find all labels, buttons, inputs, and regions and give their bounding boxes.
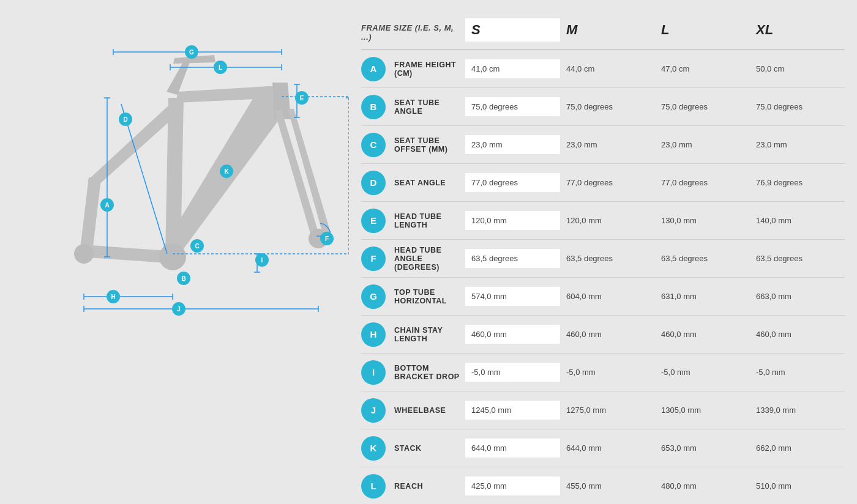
row-name-h: CHAIN STAY LENGTH bbox=[394, 326, 465, 343]
row-label-f: FHEAD TUBE ANGLE (DEGREES) bbox=[361, 241, 465, 276]
size-m-header: M bbox=[560, 18, 655, 42]
letter-badge-g: G bbox=[361, 284, 386, 309]
svg-text:C: C bbox=[195, 243, 199, 250]
value-h-l: 460,0 mm bbox=[655, 325, 750, 344]
row-label-h: HCHAIN STAY LENGTH bbox=[361, 317, 465, 352]
value-b-l: 75,0 degrees bbox=[655, 97, 750, 116]
frame-size-label: FRAME SIZE (I.E. S, M, ...) bbox=[361, 23, 465, 42]
svg-text:E: E bbox=[300, 95, 304, 102]
value-h-m: 460,0 mm bbox=[560, 325, 655, 344]
table-row: DSEAT ANGLE77,0 degrees77,0 degrees77,0 … bbox=[361, 164, 845, 202]
letter-badge-i: I bbox=[361, 360, 386, 385]
value-e-xl: 140,0 mm bbox=[750, 211, 845, 230]
letter-badge-h: H bbox=[361, 322, 386, 347]
row-label-d: DSEAT ANGLE bbox=[361, 166, 465, 200]
table-header: FRAME SIZE (I.E. S, M, ...) S M L XL bbox=[361, 18, 845, 50]
value-b-s: 75,0 degrees bbox=[465, 97, 560, 116]
value-d-l: 77,0 degrees bbox=[655, 173, 750, 192]
row-label-e: EHEAD TUBE LENGTH bbox=[361, 204, 465, 238]
table-row: JWHEELBASE1245,0 mm1275,0 mm1305,0 mm133… bbox=[361, 391, 845, 429]
bike-diagram: G L A D K bbox=[18, 18, 349, 330]
value-e-m: 120,0 mm bbox=[560, 211, 655, 230]
row-label-k: KSTACK bbox=[361, 431, 465, 465]
value-a-l: 47,0 cm bbox=[655, 59, 750, 78]
svg-text:F: F bbox=[325, 235, 329, 242]
value-k-s: 644,0 mm bbox=[465, 439, 560, 458]
table-row: BSEAT TUBE ANGLE75,0 degrees75,0 degrees… bbox=[361, 88, 845, 126]
row-name-k: STACK bbox=[394, 444, 422, 453]
value-a-xl: 50,0 cm bbox=[750, 59, 845, 78]
value-e-l: 130,0 mm bbox=[655, 211, 750, 230]
value-a-s: 41,0 cm bbox=[465, 59, 560, 78]
measurements-table: AFRAME HEIGHT (CM)41,0 cm44,0 cm47,0 cm5… bbox=[361, 50, 845, 504]
value-d-s: 77,0 degrees bbox=[465, 173, 560, 192]
table-row: GTOP TUBE HORIZONTAL574,0 mm604,0 mm631,… bbox=[361, 278, 845, 316]
table-row: EHEAD TUBE LENGTH120,0 mm120,0 mm130,0 m… bbox=[361, 202, 845, 240]
value-a-m: 44,0 cm bbox=[560, 59, 655, 78]
svg-text:K: K bbox=[224, 168, 229, 175]
value-d-xl: 76,9 degrees bbox=[750, 173, 845, 192]
table-row: HCHAIN STAY LENGTH460,0 mm460,0 mm460,0 … bbox=[361, 316, 845, 354]
letter-badge-b: B bbox=[361, 95, 386, 119]
row-name-j: WHEELBASE bbox=[394, 406, 446, 415]
row-label-l: LREACH bbox=[361, 469, 465, 503]
value-c-l: 23,0 mm bbox=[655, 135, 750, 154]
value-f-xl: 63,5 degrees bbox=[750, 249, 845, 268]
value-i-s: -5,0 mm bbox=[465, 363, 560, 382]
value-l-m: 455,0 mm bbox=[560, 476, 655, 495]
table-row: LREACH425,0 mm455,0 mm480,0 mm510,0 mm bbox=[361, 467, 845, 504]
value-l-s: 425,0 mm bbox=[465, 476, 560, 495]
value-i-xl: -5,0 mm bbox=[750, 363, 845, 382]
value-l-l: 480,0 mm bbox=[655, 476, 750, 495]
row-name-g: TOP TUBE HORIZONTAL bbox=[394, 288, 465, 305]
svg-text:B: B bbox=[181, 275, 185, 282]
svg-text:A: A bbox=[105, 202, 109, 209]
letter-badge-k: K bbox=[361, 436, 386, 461]
svg-point-1 bbox=[159, 243, 186, 270]
value-f-l: 63,5 degrees bbox=[655, 249, 750, 268]
letter-badge-d: D bbox=[361, 171, 386, 195]
letter-badge-f: F bbox=[361, 246, 386, 271]
letter-badge-l: L bbox=[361, 474, 386, 498]
svg-text:L: L bbox=[219, 64, 222, 71]
row-name-b: SEAT TUBE ANGLE bbox=[394, 98, 465, 116]
value-c-m: 23,0 mm bbox=[560, 135, 655, 154]
row-label-a: AFRAME HEIGHT (CM) bbox=[361, 52, 465, 86]
value-d-m: 77,0 degrees bbox=[560, 173, 655, 192]
svg-point-2 bbox=[74, 244, 94, 264]
row-name-e: HEAD TUBE LENGTH bbox=[394, 212, 465, 229]
value-k-xl: 662,0 mm bbox=[750, 439, 845, 458]
table-row: CSEAT TUBE OFFSET (MM)23,0 mm23,0 mm23,0… bbox=[361, 126, 845, 164]
table-row: KSTACK644,0 mm644,0 mm653,0 mm662,0 mm bbox=[361, 429, 845, 467]
value-b-xl: 75,0 degrees bbox=[750, 97, 845, 116]
value-k-l: 653,0 mm bbox=[655, 439, 750, 458]
table-row: FHEAD TUBE ANGLE (DEGREES)63,5 degrees63… bbox=[361, 240, 845, 278]
value-e-s: 120,0 mm bbox=[465, 211, 560, 230]
diagram-section: G L A D K bbox=[12, 12, 349, 504]
table-row: IBOTTOM BRACKET DROP-5,0 mm-5,0 mm-5,0 m… bbox=[361, 354, 845, 391]
value-f-m: 63,5 degrees bbox=[560, 249, 655, 268]
svg-text:H: H bbox=[111, 294, 115, 300]
letter-badge-e: E bbox=[361, 209, 386, 233]
letter-badge-a: A bbox=[361, 57, 386, 81]
row-label-i: IBOTTOM BRACKET DROP bbox=[361, 355, 465, 390]
value-j-m: 1275,0 mm bbox=[560, 401, 655, 420]
value-g-l: 631,0 mm bbox=[655, 287, 750, 306]
value-j-xl: 1339,0 mm bbox=[750, 401, 845, 420]
size-l-header: L bbox=[655, 18, 750, 42]
row-name-i: BOTTOM BRACKET DROP bbox=[394, 364, 465, 381]
value-h-s: 460,0 mm bbox=[465, 325, 560, 344]
svg-text:I: I bbox=[261, 257, 263, 264]
row-name-c: SEAT TUBE OFFSET (MM) bbox=[394, 136, 465, 154]
value-g-m: 604,0 mm bbox=[560, 287, 655, 306]
value-c-s: 23,0 mm bbox=[465, 135, 560, 154]
row-label-c: CSEAT TUBE OFFSET (MM) bbox=[361, 128, 465, 162]
value-i-m: -5,0 mm bbox=[560, 363, 655, 382]
row-name-a: FRAME HEIGHT (CM) bbox=[394, 61, 465, 78]
row-label-b: BSEAT TUBE ANGLE bbox=[361, 90, 465, 124]
main-container: G L A D K bbox=[12, 12, 845, 504]
row-name-f: HEAD TUBE ANGLE (DEGREES) bbox=[394, 246, 465, 272]
value-l-xl: 510,0 mm bbox=[750, 476, 845, 495]
table-section: FRAME SIZE (I.E. S, M, ...) S M L XL AFR… bbox=[349, 12, 845, 504]
row-name-d: SEAT ANGLE bbox=[394, 179, 446, 187]
